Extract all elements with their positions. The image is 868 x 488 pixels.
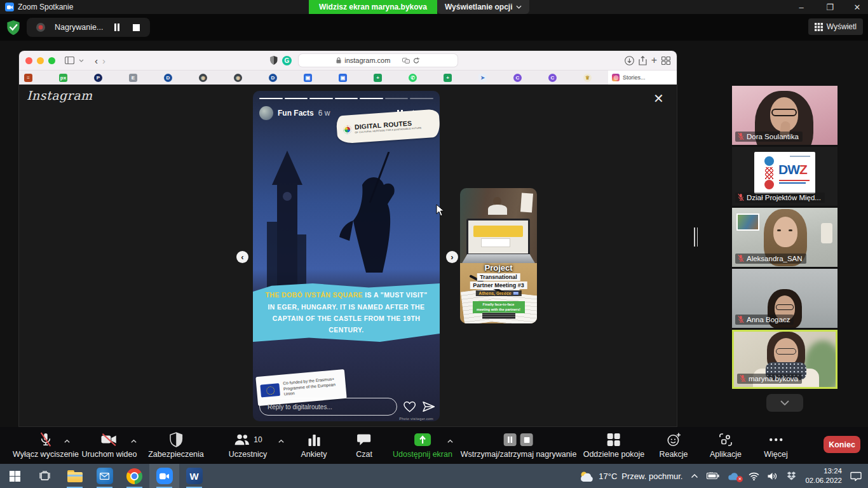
next-story-tag: Project <box>484 263 512 273</box>
previous-story-arrow[interactable]: ‹ <box>236 251 248 263</box>
privacy-shield-icon[interactable] <box>270 56 278 65</box>
security-button[interactable]: Zabezpieczenia <box>148 432 204 459</box>
favorite-icon[interactable]: ✆ <box>409 74 417 82</box>
story-username[interactable]: Fun Facts <box>278 109 314 118</box>
apps-icon <box>718 432 733 447</box>
breakout-rooms-button[interactable]: Oddzielne pokoje <box>583 432 645 459</box>
participant-video-tile[interactable]: Anna Bogacz <box>732 269 837 328</box>
favorite-icon[interactable]: ◉ <box>199 74 207 82</box>
favorite-icon[interactable]: P <box>94 74 102 82</box>
participant-video-tile[interactable]: Aleksandra_SAN <box>732 208 837 267</box>
pause-recording-icon[interactable] <box>504 433 517 446</box>
start-button[interactable] <box>0 464 30 488</box>
participant-name-label: Dora Soulantika <box>735 132 803 142</box>
grammarly-icon[interactable]: G <box>282 56 292 65</box>
back-button[interactable]: ‹ <box>95 55 98 66</box>
like-heart-icon[interactable] <box>403 401 416 412</box>
favorite-icon[interactable]: + <box>444 74 452 82</box>
favorite-icon[interactable]: + <box>374 74 382 82</box>
favorite-icon[interactable]: C <box>513 74 522 82</box>
participant-video-tile-active[interactable]: maryna.bykova <box>732 330 837 389</box>
favorite-icon[interactable]: ➤ <box>478 74 487 82</box>
favorite-icon[interactable]: D <box>164 74 172 82</box>
chrome-button[interactable] <box>119 464 149 488</box>
mail-app-button[interactable] <box>90 464 119 488</box>
favorite-icon[interactable]: ▣ <box>339 74 347 82</box>
participants-button[interactable]: 10 Uczestnicy <box>229 432 267 459</box>
video-options-chevron[interactable] <box>130 435 137 446</box>
minimize-button[interactable]: – <box>792 0 811 14</box>
reload-icon[interactable] <box>413 57 419 64</box>
share-icon[interactable] <box>639 56 647 65</box>
task-view-button[interactable] <box>30 464 60 488</box>
pause-stop-recording-button[interactable]: Wstrzymaj/zatrzymaj nagrywanie <box>461 432 577 459</box>
mac-zoom-button[interactable] <box>48 57 55 64</box>
notification-center-icon[interactable] <box>850 471 862 481</box>
muted-mic-icon <box>738 193 744 201</box>
panel-resize-handle[interactable] <box>694 227 698 247</box>
favorite-icon[interactable]: D <box>269 74 277 82</box>
participant-name-label: Anna Bogacz <box>735 315 794 325</box>
forward-button[interactable]: › <box>102 55 105 66</box>
downloads-icon[interactable] <box>625 56 634 65</box>
chat-button[interactable]: Czat <box>356 432 372 459</box>
sidebar-icon[interactable] <box>65 57 74 64</box>
more-button[interactable]: Więcej <box>764 432 788 459</box>
zoom-app-button[interactable] <box>149 464 179 488</box>
start-video-button[interactable]: Uruchom wideo <box>82 432 137 459</box>
next-story-arrow[interactable]: › <box>446 251 458 263</box>
weather-widget[interactable]: 17°C Przew. pochmur. <box>579 470 682 482</box>
stories-tab[interactable]: Stories... <box>608 71 677 85</box>
stop-recording-button[interactable] <box>131 22 141 32</box>
speaker-icon[interactable] <box>768 472 778 480</box>
polls-icon <box>307 433 321 446</box>
dropbox-icon[interactable] <box>786 471 797 481</box>
taskbar-clock[interactable]: 13:24 02.06.2022 <box>805 466 842 485</box>
tab-overview-icon[interactable] <box>661 57 670 65</box>
audio-options-chevron[interactable] <box>64 435 71 446</box>
apps-button[interactable]: Aplikacje <box>710 432 742 459</box>
polls-button[interactable]: Ankiety <box>301 432 327 459</box>
share-options-chevron[interactable] <box>447 435 454 446</box>
new-tab-icon[interactable]: + <box>651 55 657 66</box>
participant-video-tile[interactable]: DWZ Dział Projektów Międ... <box>732 147 837 206</box>
story-avatar[interactable] <box>259 106 273 120</box>
story-close-button[interactable]: ✕ <box>653 91 664 106</box>
favorite-icon[interactable]: ◉ <box>234 74 242 82</box>
favorite-icon[interactable]: E <box>129 74 137 82</box>
pause-recording-button[interactable] <box>112 22 122 32</box>
favorite-icon[interactable]: ≡ <box>24 74 32 82</box>
send-icon[interactable] <box>423 401 435 412</box>
share-screen-button[interactable]: Udostępnij ekran <box>393 432 452 459</box>
restore-button[interactable]: ❐ <box>820 0 839 14</box>
wifi-icon[interactable] <box>749 472 759 480</box>
word-button[interactable]: W <box>179 464 209 488</box>
view-layout-button[interactable]: Wyświetl <box>808 18 863 35</box>
favorite-icon[interactable]: px <box>59 74 67 82</box>
participants-options-chevron[interactable] <box>278 435 285 446</box>
close-button[interactable]: ✕ <box>848 0 867 14</box>
address-bar[interactable]: instagram.com <box>299 54 458 67</box>
mac-minimize-button[interactable] <box>37 57 44 64</box>
stop-recording-icon[interactable] <box>520 433 533 446</box>
favorite-icon[interactable]: ♛ <box>583 74 592 82</box>
grid-icon <box>815 23 823 31</box>
reactions-button[interactable]: Reakcje <box>659 432 688 459</box>
next-story-preview[interactable]: Project Transnational Partner Meeting #3… <box>460 188 537 323</box>
translate-icon[interactable] <box>402 58 410 64</box>
tray-expand-chevron[interactable] <box>691 473 698 478</box>
favorite-icon[interactable]: ▣ <box>304 74 312 82</box>
favorite-icon[interactable]: C <box>548 74 557 82</box>
onedrive-icon[interactable]: ✕ <box>728 472 740 480</box>
file-explorer-button[interactable] <box>60 464 90 488</box>
stories-tab-label: Stories... <box>623 74 646 81</box>
end-meeting-button[interactable]: Koniec <box>824 436 860 453</box>
reply-input[interactable] <box>259 398 397 416</box>
instagram-logo[interactable]: Instagram <box>27 88 93 102</box>
sidebar-chevron-icon[interactable] <box>79 59 84 62</box>
mac-close-button[interactable] <box>25 57 32 64</box>
battery-icon[interactable] <box>707 472 719 480</box>
display-options-dropdown[interactable]: Wyświetlanie opcji <box>437 0 529 14</box>
participant-video-tile[interactable]: Dora Soulantika <box>732 86 837 145</box>
collapse-videos-button[interactable] <box>766 394 803 412</box>
